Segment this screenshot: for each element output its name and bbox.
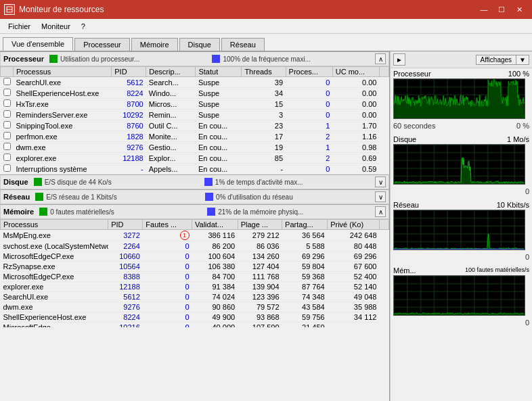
table-row[interactable]: perfmon.exe 1828 Monite... En cou... 17 … [1,131,389,142]
table-row[interactable]: HxTsr.exe 8700 Micros... Suspe 15 0 0.00 [1,99,389,110]
table-row[interactable]: explorer.exe 12188 Explor... En cou... 8… [1,153,389,164]
tab-disque[interactable]: Disque [179,38,220,51]
col-statut[interactable]: Statut [196,67,242,77]
tab-memoire[interactable]: Mémoire [131,38,178,51]
row-checkbox[interactable] [1,164,14,174]
memoire-collapse-arrow[interactable]: ∧ [375,206,386,217]
row-uc: 0.00 [332,88,379,99]
row-checkbox[interactable] [1,88,14,99]
table-row[interactable]: MicrosoftEdge... 10216 0 40 000 107 500 … [1,323,389,328]
memoire-table-container[interactable]: Processus PID Fautes ... Validat... Plag… [0,219,389,327]
table-row[interactable]: MsMpEng.exe 3272 1 386 116 279 212 36 56… [1,230,389,241]
row-checkbox[interactable] [1,99,14,110]
row-checkbox[interactable] [1,120,14,131]
tab-vue-ensemble[interactable]: Vue d'ensemble [3,37,73,51]
maximize-button[interactable]: ☐ [493,3,510,16]
table-row[interactable]: RzSynapse.exe 10564 0 106 380 127 404 59… [1,262,389,272]
col-pid[interactable]: PID [112,67,146,77]
mem-row-plage: 279 212 [238,230,282,241]
reseau-header[interactable]: Réseau E/S réseau de 1 Kbits/s 0% d'util… [0,189,389,204]
reseau-collapse-arrow[interactable]: ∨ [375,191,386,202]
col-threads[interactable]: Threads [242,67,286,77]
row-uc: 0.69 [332,153,379,164]
table-row[interactable]: dwm.exe 9276 Gestio... En cou... 19 1 0.… [1,142,389,153]
row-checkbox[interactable] [1,110,14,120]
tab-reseau[interactable]: Réseau [221,38,265,51]
col-uc[interactable]: UC mo... [332,67,379,77]
row-checkbox[interactable] [1,142,14,153]
main-content: Processeur Utilisation du processeur... … [0,51,532,401]
mem-row-name: MsMpEng.exe [1,230,108,241]
processeur-header[interactable]: Processeur Utilisation du processeur... … [0,51,389,66]
memoire-header[interactable]: Mémoire 0 fautes matérielles/s 21% de la… [0,204,389,219]
mem-row-partage: 59 368 [282,272,328,282]
row-procs: 1 [286,142,332,153]
processeur-collapse-arrow[interactable]: ∧ [375,53,386,64]
mem-col-pid[interactable]: PID [108,220,143,230]
mem-row-partage: 59 756 [282,312,328,323]
close-button[interactable]: ✕ [510,3,528,16]
table-row[interactable]: SearchUI.exe 5612 0 74 024 123 396 74 34… [1,292,389,302]
col-proces[interactable]: Proces... [286,67,332,77]
table-row[interactable]: System 4 NT Ke... En cou... 131 0 [1,174,389,175]
table-row[interactable]: ShellExperienceHost.exe 8224 0 49 900 93… [1,312,389,323]
memoire-blue-indicator [207,208,215,216]
disque-green-label: E/S disque de 44 Ko/s [45,179,204,186]
affichages-dropdown[interactable]: ▼ [516,55,529,65]
window-controls: — ☐ ✕ [475,3,528,16]
network-mini-graph [393,210,525,250]
tabs-bar: Vue d'ensemble Processeur Mémoire Disque… [0,34,532,51]
row-process-name: HxTsr.exe [14,99,112,110]
table-row[interactable]: ShellExperienceHost.exe 8224 Windo... Su… [1,88,389,99]
left-panel: Processeur Utilisation du processeur... … [0,51,390,401]
row-threads: 17 [242,131,286,142]
disque-collapse-arrow[interactable]: ∨ [375,176,386,187]
memory-graph-label: Mém... 100 fautes matérielles/s [393,266,529,275]
mem-col-partage[interactable]: Partag... [282,220,328,230]
row-checkbox[interactable] [1,77,14,88]
mem-row-valide: 74 024 [192,292,238,302]
right-panel-affichages: Affichages ▼ [405,55,529,65]
mem-col-valide[interactable]: Validat... [192,220,238,230]
minimize-button[interactable]: — [475,3,493,16]
mem-col-processus[interactable]: Processus [1,220,108,230]
col-descrip[interactable]: Descrip... [146,67,196,77]
mem-col-prive[interactable]: Privé (Ko) [328,220,380,230]
mem-row-faults: 0 [143,292,192,302]
table-row[interactable]: RemindersServer.exe 10292 Remin... Suspe… [1,110,389,120]
mem-col-plage[interactable]: Plage ... [238,220,282,230]
row-process-name: ShellExperienceHost.exe [14,88,112,99]
table-row[interactable]: MicrosoftEdgeCP.exe 8388 0 84 700 111 76… [1,272,389,282]
row-uc [332,174,379,175]
table-row[interactable]: explorer.exe 12188 0 91 384 139 904 87 7… [1,282,389,292]
table-row[interactable]: Interruptions système - Appels... En cou… [1,164,389,174]
row-checkbox[interactable] [1,174,14,175]
mem-row-plage: 86 036 [238,241,282,252]
row-checkbox[interactable] [1,153,14,164]
col-processus[interactable]: Processus [14,67,112,77]
mem-row-valide: 90 860 [192,302,238,312]
menu-fichier[interactable]: Fichier [3,21,36,32]
tab-processeur[interactable]: Processeur [74,38,130,51]
menu-help[interactable]: ? [76,21,91,32]
row-status: Suspe [196,110,242,120]
row-checkbox[interactable] [1,131,14,142]
affichages-button[interactable]: Affichages [476,55,517,65]
fault-value: 0 [185,293,189,301]
menu-moniteur[interactable]: Moniteur [36,21,76,32]
disque-header[interactable]: Disque E/S disque de 44 Ko/s 1% de temps… [0,174,389,189]
reseau-green-label: E/S réseau de 1 Kbits/s [46,193,205,201]
row-desc: Monite... [146,131,196,142]
table-row[interactable]: dwm.exe 9276 0 90 860 79 572 43 584 35 9… [1,302,389,312]
processeur-table-container[interactable]: Processus PID Descrip... Statut Threads … [0,66,389,174]
reseau-blue-label: 0% d'utilisation du réseau [216,193,375,201]
table-row[interactable]: svchost.exe (LocalSystemNetwo... 2264 0 … [1,241,389,252]
mem-row-plage: 127 404 [238,262,282,272]
table-row[interactable]: MicrosoftEdgeCP.exe 10660 0 100 604 134 … [1,252,389,262]
mem-row-pid: 10216 [108,323,143,328]
row-pid: 8760 [112,120,146,131]
mem-col-faults[interactable]: Fautes ... [143,220,192,230]
table-row[interactable]: SearchUI.exe 5612 Search... Suspe 39 0 0… [1,77,389,88]
right-panel-arrow[interactable]: ► [393,53,405,66]
table-row[interactable]: SnippingTool.exe 8760 Outil C... En cou.… [1,120,389,131]
